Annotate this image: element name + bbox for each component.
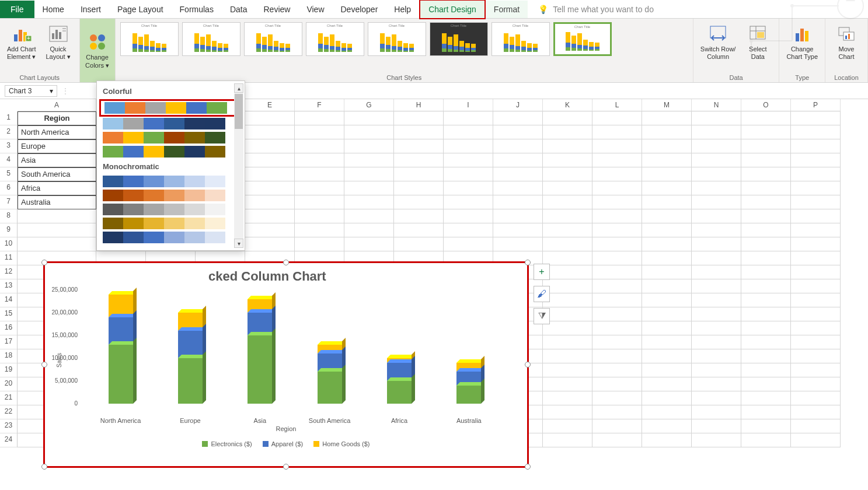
cell[interactable] [741,433,791,447]
cell[interactable] [692,433,741,447]
cell[interactable] [741,223,791,237]
cell[interactable] [692,139,741,153]
cell[interactable] [692,293,741,307]
row-header-20[interactable]: 20 [0,377,18,391]
name-box[interactable]: Chart 3▾ [5,85,57,97]
row-header-1[interactable]: 1 [0,111,18,125]
cell[interactable] [344,111,394,125]
row-header-8[interactable]: 8 [0,209,18,223]
cell[interactable] [344,139,394,153]
cell[interactable] [592,405,642,419]
row-header-13[interactable]: 13 [0,279,18,293]
row-header-10[interactable]: 10 [0,237,18,251]
cell[interactable] [741,335,791,349]
cell[interactable] [592,335,642,349]
cell[interactable] [592,111,642,125]
column-header-A[interactable]: A [18,99,96,111]
cell[interactable] [791,293,841,307]
cell[interactable] [741,139,791,153]
cell[interactable] [642,125,692,139]
cell[interactable] [642,237,692,251]
color-palette-option[interactable] [97,117,245,131]
cell[interactable] [741,293,791,307]
cell[interactable] [543,307,592,321]
cell[interactable] [394,209,444,223]
column-header-M[interactable]: M [642,99,692,111]
color-palette-option[interactable] [99,99,242,117]
cell[interactable] [741,419,791,433]
row-header-16[interactable]: 16 [0,321,18,335]
cell[interactable] [592,321,642,335]
column-header-K[interactable]: K [543,99,592,111]
cell[interactable] [791,391,841,405]
cell[interactable] [493,153,543,167]
cell[interactable] [692,307,741,321]
cell[interactable] [741,153,791,167]
cell[interactable] [543,433,592,447]
cell[interactable] [642,209,692,223]
column-header-H[interactable]: H [394,99,444,111]
chart-style-thumb-3[interactable]: Chart Title [244,22,302,56]
cell[interactable] [791,195,841,209]
cell[interactable] [791,111,841,125]
chart-bar[interactable] [456,363,481,404]
cell[interactable] [444,223,493,237]
cell[interactable] [791,279,841,293]
cell[interactable]: Europe [18,139,96,153]
cell[interactable] [543,139,592,153]
row-header-6[interactable]: 6 [0,181,18,195]
column-header-J[interactable]: J [493,99,543,111]
cell[interactable] [344,167,394,181]
chart-legend[interactable]: Electronics ($) Apparel ($) Home Goods (… [45,440,527,447]
cell[interactable] [642,139,692,153]
cell[interactable] [295,167,344,181]
cell[interactable] [741,349,791,363]
cell[interactable] [791,181,841,195]
cell[interactable] [642,419,692,433]
cell[interactable] [642,335,692,349]
cell[interactable] [741,111,791,125]
cell[interactable] [543,377,592,391]
cell[interactable] [394,139,444,153]
column-header-I[interactable]: I [444,99,493,111]
cell[interactable] [493,209,543,223]
row-header-18[interactable]: 18 [0,349,18,363]
cell[interactable] [245,139,295,153]
cell[interactable] [741,363,791,377]
cell[interactable] [642,265,692,279]
tab-developer[interactable]: Developer [333,1,386,18]
cell[interactable] [592,153,642,167]
cell[interactable] [692,377,741,391]
cell[interactable] [344,223,394,237]
chart-style-thumb-2[interactable]: Chart Title [182,22,240,56]
cell[interactable] [741,391,791,405]
cell[interactable] [692,153,741,167]
cell[interactable] [791,363,841,377]
cell[interactable] [741,265,791,279]
row-header-7[interactable]: 7 [0,195,18,209]
cell[interactable] [791,223,841,237]
cell[interactable] [444,195,493,209]
cell[interactable] [493,237,543,251]
row-header-15[interactable]: 15 [0,307,18,321]
cell[interactable] [543,153,592,167]
tab-data[interactable]: Data [222,1,256,18]
cell[interactable] [394,167,444,181]
cell[interactable]: South America [18,167,96,181]
cell[interactable] [394,237,444,251]
chart-style-thumb-8[interactable]: Chart Title [553,22,612,56]
cell[interactable] [245,209,295,223]
row-header-24[interactable]: 24 [0,433,18,447]
cell[interactable] [791,405,841,419]
cell[interactable]: Asia [18,153,96,167]
cell[interactable] [344,195,394,209]
cell[interactable] [543,181,592,195]
cell[interactable] [592,363,642,377]
cell[interactable] [692,419,741,433]
cell[interactable]: Australia [18,195,96,209]
color-palette-option[interactable] [97,174,245,188]
chart-style-thumb-6[interactable]: Chart Title [430,22,488,56]
chart-bar[interactable] [318,345,342,404]
cell[interactable] [592,419,642,433]
cell[interactable] [592,307,642,321]
